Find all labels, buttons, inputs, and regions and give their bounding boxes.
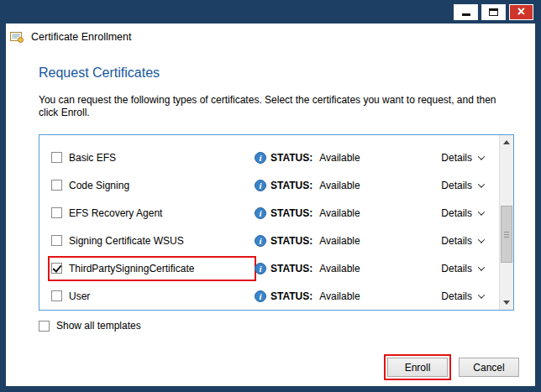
template-status: i STATUS: Available [255,290,441,302]
details-label: Details [441,207,472,219]
dialog-header: Certificate Enrollment [10,27,132,47]
chevron-down-icon [478,291,485,298]
chevron-down-icon [478,208,485,215]
template-status: i STATUS: Available [255,207,441,219]
info-icon: i [255,235,266,247]
template-select-area: Basic EFS [50,147,255,169]
details-label: Details [441,180,472,191]
scroll-up-button[interactable] [500,135,513,149]
details-toggle[interactable]: Details [441,152,487,164]
template-checkbox[interactable] [51,207,62,218]
dialog-body: Certificate Enrollment Request Certifica… [6,24,535,386]
scroll-down-button[interactable] [500,295,513,310]
window-caption-buttons: × [454,4,533,20]
details-label: Details [441,235,472,247]
status-label: STATUS: [270,152,313,164]
template-status: i STATUS: Available [255,152,441,164]
scroll-up-icon [503,140,510,144]
show-all-templates-checkbox[interactable]: Show all templates [39,320,141,332]
status-label: STATUS: [270,290,313,302]
info-icon: i [255,207,266,219]
details-toggle[interactable]: Details [441,180,487,191]
info-icon: i [255,263,266,274]
template-name: EFS Recovery Agent [69,207,162,219]
chevron-down-icon [478,153,485,159]
chevron-down-icon [478,264,485,270]
close-button[interactable]: × [509,4,533,20]
minimize-button[interactable] [454,4,478,20]
info-icon: i [255,152,266,164]
template-checkbox[interactable] [51,290,62,301]
template-checkbox[interactable] [51,235,62,246]
template-name: ThirdPartySigningCertificate [69,263,194,274]
cancel-button[interactable]: Cancel [459,358,519,377]
status-label: STATUS: [270,180,313,191]
template-row[interactable]: Code Signing i STATUS: Available Details [39,171,499,199]
certificate-icon [10,30,24,44]
status-value: Available [319,290,360,302]
template-status: i STATUS: Available [255,235,441,247]
status-value: Available [319,263,360,274]
template-name: Code Signing [69,180,129,191]
template-status: i STATUS: Available [255,180,441,191]
status-value: Available [319,235,360,247]
template-name: User [69,290,90,302]
show-all-templates-label: Show all templates [56,320,141,332]
template-status: i STATUS: Available [255,263,441,274]
details-toggle[interactable]: Details [441,290,487,302]
checkbox[interactable] [39,321,50,332]
page-description: You can request the following types of c… [39,94,511,119]
chevron-down-icon [478,236,485,243]
template-rows: Basic EFS i STATUS: Available Details [39,135,499,310]
dialog-footer: Enroll Cancel [384,354,519,380]
info-icon: i [255,290,266,302]
template-checkbox[interactable] [51,263,62,274]
scrollbar-thumb[interactable] [501,206,512,263]
status-value: Available [319,207,360,219]
template-row[interactable]: Basic EFS i STATUS: Available Details [39,144,499,171]
window-title: Certificate Enrollment [31,31,132,43]
status-value: Available [319,180,360,191]
details-label: Details [441,152,472,164]
template-row[interactable]: Signing Certificate WSUS i STATUS: Avail… [39,227,499,254]
details-toggle[interactable]: Details [441,263,487,274]
template-select-area: ThirdPartySigningCertificate [50,258,255,280]
template-select-area: EFS Recovery Agent [50,202,255,224]
maximize-icon [489,8,498,16]
status-label: STATUS: [270,235,313,247]
template-row[interactable]: User i STATUS: Available Details [39,282,499,310]
certificate-template-list: Basic EFS i STATUS: Available Details [39,134,514,311]
chevron-down-icon [478,180,485,187]
template-select-area: User [50,285,255,307]
close-icon: × [517,5,525,18]
certificate-enrollment-window: × Certificate Enrollment Request Certifi… [0,0,541,392]
details-label: Details [441,290,472,302]
template-row[interactable]: ThirdPartySigningCertificate i STATUS: A… [39,254,499,282]
details-toggle[interactable]: Details [441,235,487,247]
template-select-area: Code Signing [50,175,255,196]
enroll-highlight-box: Enroll [384,354,451,380]
status-label: STATUS: [270,263,313,274]
template-row[interactable]: EFS Recovery Agent i STATUS: Available D… [39,199,499,227]
template-checkbox[interactable] [51,152,62,163]
status-value: Available [319,152,360,164]
vertical-scrollbar[interactable] [499,135,513,310]
template-name: Signing Certificate WSUS [69,235,184,247]
page-title: Request Certificates [39,65,160,81]
maximize-button[interactable] [481,4,506,20]
details-toggle[interactable]: Details [441,207,487,219]
template-select-area: Signing Certificate WSUS [50,230,255,252]
info-icon: i [255,180,266,191]
template-name: Basic EFS [69,152,116,164]
minimize-icon [462,13,470,16]
scroll-down-icon [503,301,510,305]
status-label: STATUS: [270,207,313,219]
enroll-button[interactable]: Enroll [387,358,448,377]
template-checkbox[interactable] [51,180,62,191]
details-label: Details [441,263,472,274]
